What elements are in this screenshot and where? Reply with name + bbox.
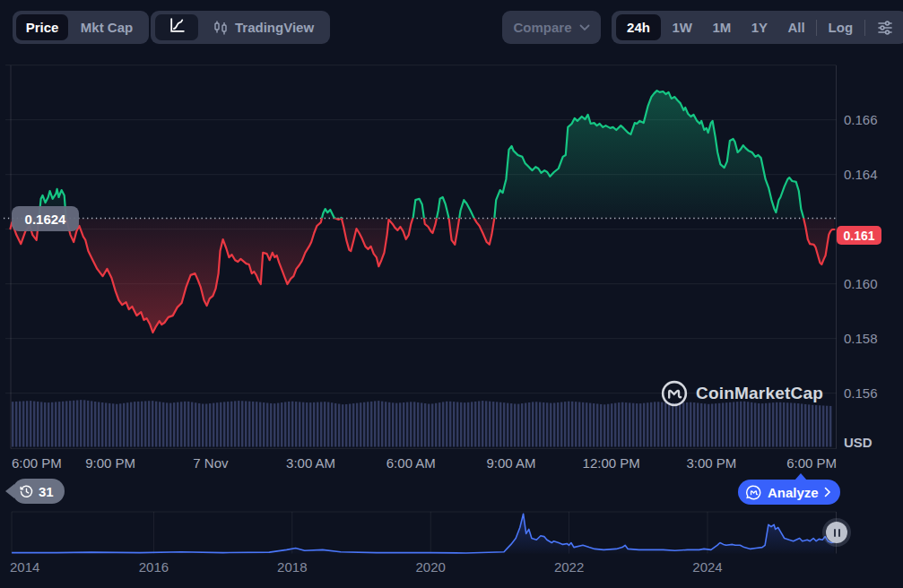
y-axis-label: 0.156 (844, 385, 898, 401)
time-axis-label: 6:00 PM (786, 455, 837, 471)
price-tab[interactable]: Price (16, 14, 68, 40)
time-axis-label: 9:00 AM (486, 455, 535, 471)
y-axis-label: 0.160 (844, 276, 898, 291)
range-1y-button[interactable]: 1Y (742, 14, 777, 40)
year-axis-label: 2016 (139, 559, 169, 575)
y-axis-label: 0.164 (844, 167, 898, 182)
year-axis-label: 2018 (277, 559, 307, 575)
divider (864, 20, 865, 36)
time-axis-label: 6:00 AM (386, 455, 436, 471)
currency-axis-label: USD (844, 435, 898, 450)
history-clock-icon (19, 484, 34, 499)
year-axis-label: 2022 (554, 559, 584, 575)
compare-button[interactable]: Compare (502, 11, 601, 44)
year-axis-label: 2020 (416, 559, 446, 575)
y-axis-label: 0.158 (844, 331, 898, 346)
time-axis-label: 3:00 AM (286, 455, 335, 471)
line-chart-icon (168, 16, 187, 39)
analyze-label: Analyze (768, 485, 819, 500)
cmc-bubble-icon (745, 484, 762, 501)
year-axis-label: 2024 (692, 559, 722, 575)
chart-type-group: TradingView (151, 11, 330, 44)
price-mktcap-toggle: Price Mkt Cap (13, 11, 149, 44)
time-axis-label: 7 Nov (193, 455, 228, 471)
analyze-button[interactable]: Analyze (738, 480, 840, 505)
y-axis-label: 0.166 (844, 112, 898, 127)
candlestick-icon (213, 20, 229, 36)
sliders-icon (876, 19, 894, 37)
divider (816, 20, 817, 36)
range-slider-handle[interactable] (826, 522, 847, 543)
current-price-badge: 0.161 (837, 226, 881, 245)
range-1w-button[interactable]: 1W (663, 14, 701, 40)
range-1m-button[interactable]: 1M (703, 14, 740, 40)
history-badge[interactable]: 31 (13, 479, 65, 504)
chevron-right-icon (824, 487, 831, 497)
chart-toolbar: Price Mkt Cap TradingView Compare (0, 0, 903, 54)
line-chart-type-button[interactable] (155, 14, 198, 40)
watermark-label: CoinMarketCap (696, 384, 823, 403)
log-scale-toggle[interactable]: Log (820, 14, 863, 40)
range-all-button[interactable]: All (779, 14, 814, 40)
range-24h-button[interactable]: 24h (616, 14, 661, 40)
mktcap-tab[interactable]: Mkt Cap (68, 14, 145, 40)
year-axis: 201420162018202020222024 (0, 559, 903, 577)
tradingview-chart-button[interactable]: TradingView (213, 20, 314, 36)
chart-settings-button[interactable] (867, 14, 903, 40)
compare-label: Compare (513, 20, 571, 35)
chevron-down-icon (579, 24, 590, 31)
coinmarketcap-watermark: CoinMarketCap (661, 380, 823, 407)
baseline-price-label: 0.1624 (12, 206, 79, 231)
coinmarketcap-logo-icon (661, 380, 688, 407)
tradingview-label: TradingView (235, 20, 314, 35)
history-count: 31 (39, 484, 54, 499)
time-axis-label: 3:00 PM (686, 455, 736, 471)
time-axis-label: 12:00 PM (583, 455, 640, 471)
time-axis-label: 9:00 PM (85, 455, 135, 471)
time-axis-label: 6:00 PM (12, 455, 62, 471)
range-selector-group: 24h 1W 1M 1Y All Log (612, 11, 903, 44)
time-axis: 6:00 PM9:00 PM7 Nov3:00 AM6:00 AM9:00 AM… (0, 455, 903, 479)
year-axis-label: 2014 (10, 559, 39, 575)
